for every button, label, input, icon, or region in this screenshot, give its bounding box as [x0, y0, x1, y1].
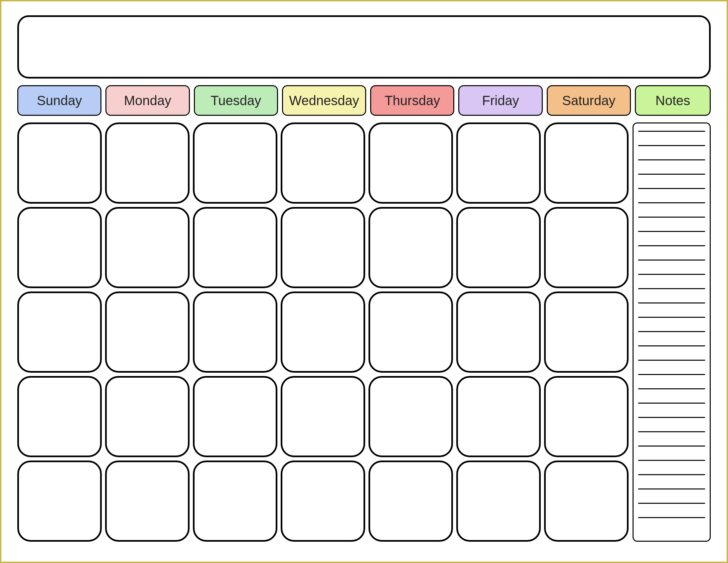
day-cell[interactable] [193, 461, 277, 542]
notes-line[interactable] [638, 245, 705, 246]
day-cell[interactable] [368, 292, 453, 373]
day-cell[interactable] [193, 122, 277, 204]
column-headers: Sunday Monday Tuesday Wednesday Thursday… [17, 85, 711, 116]
day-cell[interactable] [193, 207, 277, 288]
notes-line[interactable] [638, 274, 705, 275]
day-cell[interactable] [193, 292, 277, 373]
day-cell[interactable] [544, 461, 629, 542]
day-cell[interactable] [456, 122, 541, 204]
day-cell[interactable] [281, 461, 365, 542]
notes-line[interactable] [638, 517, 705, 518]
notes-line[interactable] [638, 288, 705, 289]
days-grid [17, 122, 629, 542]
day-cell[interactable] [456, 292, 541, 373]
notes-panel[interactable] [633, 122, 711, 542]
day-cell[interactable] [17, 376, 102, 457]
notes-line[interactable] [638, 131, 705, 132]
day-cell[interactable] [105, 122, 190, 204]
day-cell[interactable] [193, 376, 277, 457]
header-wednesday: Wednesday [282, 85, 366, 116]
notes-line[interactable] [638, 317, 705, 318]
day-cell[interactable] [544, 207, 629, 288]
day-cell[interactable] [17, 122, 102, 204]
day-cell[interactable] [456, 376, 541, 457]
notes-line[interactable] [638, 417, 705, 418]
day-cell[interactable] [17, 461, 102, 542]
day-cell[interactable] [105, 461, 190, 542]
notes-line[interactable] [638, 403, 705, 404]
notes-line[interactable] [638, 331, 705, 332]
day-cell[interactable] [281, 207, 365, 288]
calendar-body [17, 122, 711, 542]
notes-line[interactable] [638, 489, 705, 490]
header-sunday: Sunday [17, 85, 101, 116]
day-cell[interactable] [456, 461, 541, 542]
day-cell[interactable] [544, 122, 629, 204]
notes-line[interactable] [638, 159, 705, 160]
header-friday: Friday [458, 85, 542, 116]
day-cell[interactable] [368, 376, 453, 457]
notes-line[interactable] [638, 431, 705, 432]
notes-line[interactable] [638, 216, 705, 217]
day-cell[interactable] [368, 461, 453, 542]
day-cell[interactable] [368, 207, 453, 288]
day-cell[interactable] [105, 376, 190, 457]
notes-line[interactable] [638, 188, 705, 189]
day-cell[interactable] [544, 292, 629, 373]
notes-line[interactable] [638, 474, 705, 475]
notes-line[interactable] [638, 145, 705, 146]
header-notes: Notes [635, 85, 711, 116]
notes-line[interactable] [638, 259, 705, 260]
notes-line[interactable] [638, 446, 705, 447]
header-monday: Monday [105, 85, 190, 116]
header-tuesday: Tuesday [194, 85, 278, 116]
notes-line[interactable] [638, 174, 705, 175]
day-cell[interactable] [281, 292, 365, 373]
day-cell[interactable] [105, 292, 190, 373]
day-cell[interactable] [281, 122, 365, 204]
notes-line[interactable] [638, 360, 705, 361]
notes-line[interactable] [638, 388, 705, 389]
notes-line[interactable] [638, 374, 705, 375]
day-cell[interactable] [105, 207, 190, 288]
day-cell[interactable] [368, 122, 453, 204]
notes-line[interactable] [638, 303, 705, 304]
day-cell[interactable] [544, 376, 629, 457]
header-saturday: Saturday [547, 85, 631, 116]
day-cell[interactable] [281, 376, 365, 457]
calendar-page: Sunday Monday Tuesday Wednesday Thursday… [0, 0, 728, 563]
day-cell[interactable] [17, 292, 102, 373]
notes-line[interactable] [638, 202, 705, 203]
day-cell[interactable] [17, 207, 102, 288]
day-cell[interactable] [456, 207, 541, 288]
notes-line[interactable] [638, 460, 705, 461]
notes-line[interactable] [638, 346, 705, 347]
title-bar[interactable] [17, 15, 711, 78]
notes-line[interactable] [638, 503, 705, 504]
header-thursday: Thursday [370, 85, 454, 116]
notes-line[interactable] [638, 231, 705, 232]
